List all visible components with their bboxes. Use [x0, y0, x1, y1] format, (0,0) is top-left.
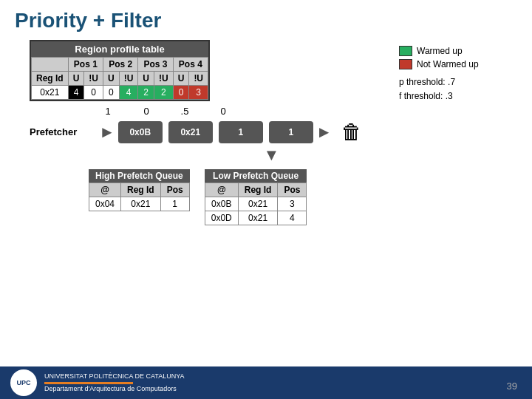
hq-col-pos: Pos	[160, 183, 189, 197]
cell-pos3-u: 2	[138, 86, 154, 100]
legend-not-warmed-up: Not Warmed up	[399, 59, 517, 69]
cell-pos3-iu: 2	[154, 86, 174, 100]
col-header-pos1: Pos 1	[68, 58, 103, 72]
table-row: 0x21 4 0 0 4 2 2 0 3	[32, 86, 208, 100]
subheader-iu2: !U	[119, 72, 138, 86]
subheader-u1: U	[68, 72, 84, 86]
lq-cell-regid-2: 0x21	[238, 211, 278, 225]
num-4: 0	[204, 106, 242, 117]
subheader-iu3: !U	[154, 72, 174, 86]
cell-pos4-iu: 3	[189, 86, 208, 100]
f-threshold: f threshold: .3	[399, 89, 517, 103]
footer-dept: Departament d'Arquitectura de Computador…	[44, 384, 185, 394]
lq-cell-regid-1: 0x21	[238, 197, 278, 211]
col-header-pos4: Pos 4	[173, 58, 208, 72]
arrow-down-icon: ▼	[151, 146, 392, 165]
lq-col-at: @	[205, 183, 238, 197]
low-queue-table: @ Reg Id Pos 0x0B 0x21 3 0x0D	[205, 183, 307, 225]
pf-box-regid: 0x21	[168, 121, 213, 143]
cell-pos1-u: 4	[68, 86, 84, 100]
hq-col-regid: Reg Id	[121, 183, 161, 197]
left-column: Region profile table Pos 1 Pos 2 Pos 3 P…	[15, 40, 392, 225]
region-data-table: Pos 1 Pos 2 Pos 3 Pos 4 Reg Id U !U U !U…	[31, 57, 208, 100]
legend-red-box	[399, 59, 412, 69]
cell-pos2-u: 0	[103, 86, 120, 100]
footer: UPC UNIVERSITAT POLITÈCNICA DE CATALUNYA…	[0, 366, 532, 399]
subheader-iu1: !U	[84, 72, 103, 86]
pf-box-val2: 1	[269, 121, 313, 143]
col-header-regid	[32, 58, 69, 72]
lq-col-regid: Reg Id	[238, 183, 278, 197]
arrow-right-icon: ►	[99, 123, 115, 142]
cell-pos1-iu: 0	[84, 86, 103, 100]
col-header-pos3: Pos 3	[138, 58, 173, 72]
queues-area: High Prefetch Queue @ Reg Id Pos 0x04 0x…	[89, 169, 392, 225]
cell-pos2-iu: 4	[119, 86, 138, 100]
pf-box-addr: 0x0B	[118, 121, 163, 143]
page-number: 39	[507, 381, 517, 392]
prefetcher-label: Prefetcher	[30, 126, 96, 137]
threshold-text: p threshold: .7 f threshold: .3	[399, 75, 517, 103]
lq-cell-pos-2: 4	[278, 211, 307, 225]
subheader-u3: U	[138, 72, 154, 86]
subheader-regid: Reg Id	[32, 72, 69, 86]
hq-row-1: 0x04 0x21 1	[89, 197, 190, 211]
lq-cell-pos-1: 3	[278, 197, 307, 211]
footer-logo: UPC	[10, 369, 37, 396]
region-table-title: Region profile table	[31, 41, 208, 57]
numbers-row: 1 0 .5 0	[89, 106, 392, 117]
lq-cell-at-2: 0x0D	[205, 211, 238, 225]
num-1: 1	[89, 106, 127, 117]
legend-not-warmed-up-label: Not Warmed up	[417, 59, 479, 69]
low-queue-title: Low Prefetch Queue	[205, 169, 307, 183]
cell-regid: 0x21	[32, 86, 69, 100]
region-profile-table: Region profile table Pos 1 Pos 2 Pos 3 P…	[30, 40, 210, 101]
subheader-u4: U	[173, 72, 189, 86]
footer-text: UNIVERSITAT POLITÈCNICA DE CATALUNYA Dep…	[44, 372, 185, 393]
high-prefetch-queue: High Prefetch Queue @ Reg Id Pos 0x04 0x…	[89, 169, 190, 225]
num-3: .5	[166, 106, 204, 117]
legend-green-box	[399, 46, 412, 56]
low-prefetch-queue: Low Prefetch Queue @ Reg Id Pos 0x0B 0x2…	[205, 169, 307, 225]
legend-warmed-up: Warmed up	[399, 46, 517, 56]
lq-row-1: 0x0B 0x21 3	[205, 197, 307, 211]
subheader-u2: U	[103, 72, 120, 86]
subheader-iu4: !U	[189, 72, 208, 86]
arrow-right-2-icon: ►	[316, 123, 332, 142]
num-2: 0	[127, 106, 166, 117]
cell-pos4-u: 0	[173, 86, 189, 100]
hq-cell-at: 0x04	[89, 197, 121, 211]
hq-cell-regid: 0x21	[121, 197, 161, 211]
high-queue-title: High Prefetch Queue	[89, 169, 190, 183]
lq-col-pos: Pos	[278, 183, 307, 197]
lq-cell-at-1: 0x0B	[205, 197, 238, 211]
hq-col-at: @	[89, 183, 121, 197]
p-threshold: p threshold: .7	[399, 75, 517, 89]
main-content: Region profile table Pos 1 Pos 2 Pos 3 P…	[0, 40, 532, 225]
hq-cell-pos: 1	[160, 197, 189, 211]
prefetcher-row: Prefetcher ► 0x0B 0x21 1 1 ► 🗑	[30, 120, 392, 144]
trash-icon: 🗑	[341, 120, 362, 144]
right-column: Warmed up Not Warmed up p threshold: .7 …	[392, 40, 517, 225]
page-title: Priority + Filter	[0, 0, 532, 37]
footer-university: UNIVERSITAT POLITÈCNICA DE CATALUNYA	[44, 372, 185, 381]
pf-box-val1: 1	[219, 121, 263, 143]
col-header-pos2: Pos 2	[103, 58, 138, 72]
lq-row-2: 0x0D 0x21 4	[205, 211, 307, 225]
legend-warmed-up-label: Warmed up	[417, 46, 463, 56]
high-queue-table: @ Reg Id Pos 0x04 0x21 1	[89, 183, 190, 211]
